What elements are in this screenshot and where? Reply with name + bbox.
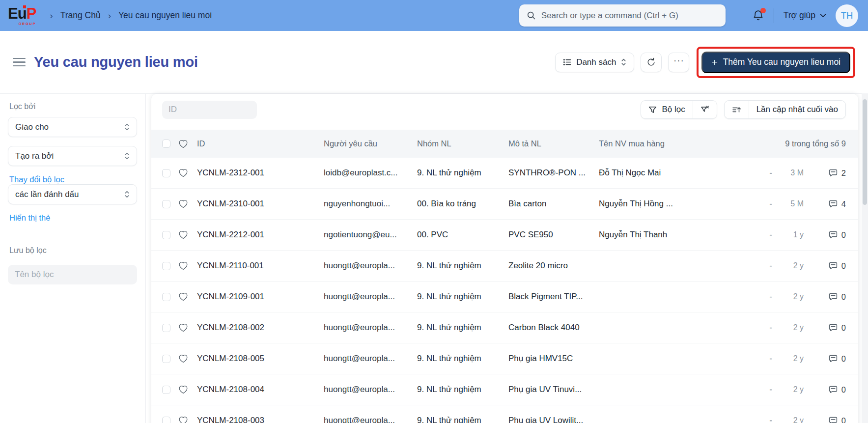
row-comments[interactable]: 0	[816, 261, 846, 271]
row-id-link[interactable]: YCNLM-2108-005	[197, 354, 324, 364]
tags-select[interactable]: các lần đánh dấu	[8, 184, 137, 204]
row-checkbox[interactable]	[162, 231, 170, 239]
help-menu[interactable]: Trợ giúp	[784, 10, 826, 21]
row-checkbox[interactable]	[162, 324, 170, 332]
favorite-heart-icon[interactable]	[178, 416, 188, 423]
row-comments[interactable]: 0	[816, 416, 846, 423]
favorite-heart-icon[interactable]	[178, 323, 188, 332]
row-comments[interactable]: 0	[816, 385, 846, 395]
favorite-heart-icon[interactable]	[178, 354, 188, 363]
row-id-link[interactable]: YCNLM-2108-002	[197, 323, 324, 333]
row-last-modified: 2 y	[778, 323, 804, 332]
sort-icon	[732, 106, 741, 114]
search-input[interactable]	[541, 11, 718, 21]
row-comments[interactable]: 0	[816, 230, 846, 240]
chevron-down-icon	[820, 13, 826, 18]
vertical-scrollbar[interactable]	[862, 93, 868, 423]
avatar[interactable]: TH	[836, 4, 858, 27]
table-row[interactable]: YCNLM-2110-001 huongtt@europla... 9. NL …	[151, 251, 858, 282]
show-tags-link[interactable]: Hiển thị thẻ	[9, 213, 50, 222]
row-checkbox[interactable]	[162, 355, 170, 363]
row-comments[interactable]: 2	[816, 169, 846, 178]
favorite-heart-icon[interactable]	[178, 385, 188, 394]
comment-icon	[829, 230, 838, 239]
notifications-bell-icon[interactable]	[752, 9, 764, 22]
comment-count: 0	[841, 416, 846, 423]
row-checkbox[interactable]	[162, 417, 170, 423]
filter-name-input[interactable]	[8, 265, 137, 284]
breadcrumb-current[interactable]: Yeu cau nguyen lieu moi	[118, 10, 212, 21]
sort-direction-button[interactable]	[725, 101, 749, 118]
table-row[interactable]: YCNLM-2108-003 huongtt@europla... 9. NL …	[151, 405, 858, 423]
list-area: Bộ lọc	[146, 94, 868, 423]
favorite-heart-icon[interactable]	[178, 292, 188, 301]
app-logo[interactable]: EuP GROUP	[8, 6, 36, 26]
favorite-heart-icon[interactable]	[178, 199, 188, 208]
comment-count: 0	[841, 354, 846, 364]
menu-hamburger-icon[interactable]	[13, 58, 26, 67]
table-row[interactable]: YCNLM-2312-001 loidb@europlast.c... 9. N…	[151, 158, 858, 189]
row-id-link[interactable]: YCNLM-2110-001	[197, 261, 324, 271]
logo-prefix: Eu	[8, 6, 27, 21]
row-id-link[interactable]: YCNLM-2109-001	[197, 292, 324, 302]
row-id-link[interactable]: YCNLM-2108-003	[197, 416, 324, 423]
table-row[interactable]: YCNLM-2109-001 huongtt@europla... 9. NL …	[151, 282, 858, 312]
breadcrumb-home[interactable]: Trang Chủ	[60, 10, 101, 21]
favorite-heart-icon[interactable]	[178, 140, 188, 148]
row-last-modified: 1 y	[778, 230, 804, 239]
table-row[interactable]: YCNLM-2108-005 huongtt@europla... 9. NL …	[151, 343, 858, 374]
row-comments[interactable]: 0	[816, 292, 846, 302]
row-comments[interactable]: 0	[816, 354, 846, 364]
sort-field-button[interactable]: Lần cập nhật cuối vào	[749, 101, 845, 118]
refresh-icon	[646, 57, 656, 67]
table-row[interactable]: YCNLM-2108-002 huongtt@europla... 9. NL …	[151, 312, 858, 343]
table-row[interactable]: YCNLM-2212-001 ngotientuong@eu... 00. PV…	[151, 220, 858, 251]
refresh-button[interactable]	[641, 53, 662, 72]
avatar-initials: TH	[841, 10, 853, 21]
row-material-description: Phụ gia HMV15C	[508, 354, 599, 364]
row-checkbox[interactable]	[162, 200, 170, 208]
comment-count: 2	[841, 169, 846, 178]
assigned-to-select[interactable]: Giao cho	[8, 117, 137, 137]
view-switcher-button[interactable]: Danh sách	[555, 53, 634, 72]
row-assignment: -	[763, 199, 778, 209]
filter-button-group: Bộ lọc	[641, 100, 717, 119]
breadcrumb-separator: ›	[50, 10, 53, 21]
row-id-link[interactable]: YCNLM-2212-001	[197, 230, 324, 240]
clear-filter-button[interactable]	[693, 101, 717, 118]
navbar-divider	[774, 8, 774, 23]
logo-text: EuP	[8, 6, 36, 21]
table-row[interactable]: YCNLM-2310-001 nguyenhongtuoi... 00. Bìa…	[151, 189, 858, 220]
row-comments[interactable]: 4	[816, 199, 846, 209]
comment-count: 0	[841, 292, 846, 302]
row-assignment: -	[763, 385, 778, 395]
row-id-link[interactable]: YCNLM-2310-001	[197, 199, 324, 209]
comment-count: 0	[841, 230, 846, 240]
row-id-link[interactable]: YCNLM-2108-004	[197, 385, 324, 395]
favorite-heart-icon[interactable]	[178, 169, 188, 177]
row-last-modified: 2 y	[778, 416, 804, 423]
row-requester: huongtt@europla...	[324, 354, 417, 364]
table-row[interactable]: YCNLM-2108-004 huongtt@europla... 9. NL …	[151, 374, 858, 405]
id-filter-input[interactable]	[162, 101, 257, 119]
row-comments[interactable]: 0	[816, 323, 846, 333]
comment-count: 0	[841, 323, 846, 333]
row-checkbox[interactable]	[162, 293, 170, 301]
more-options-button[interactable]: ···	[668, 53, 689, 72]
tags-label: các lần đánh dấu	[15, 190, 79, 199]
global-search[interactable]	[519, 4, 726, 27]
created-by-select[interactable]: Tạo ra bởi	[8, 146, 137, 166]
search-icon	[527, 11, 536, 20]
row-checkbox[interactable]	[162, 386, 170, 394]
row-id-link[interactable]: YCNLM-2312-001	[197, 168, 324, 178]
row-checkbox[interactable]	[162, 262, 170, 270]
edit-filters-link[interactable]: Thay đổi bộ lọc	[9, 175, 64, 184]
select-all-checkbox[interactable]	[162, 140, 170, 148]
row-checkbox[interactable]	[162, 169, 170, 177]
filter-button[interactable]: Bộ lọc	[641, 101, 692, 118]
scrollbar-thumb[interactable]	[863, 99, 867, 205]
add-new-button[interactable]: + Thêm Yeu cau nguyen lieu moi	[701, 52, 850, 73]
favorite-heart-icon[interactable]	[178, 230, 188, 239]
sort-field-label: Lần cập nhật cuối vào	[756, 105, 838, 114]
favorite-heart-icon[interactable]	[178, 261, 188, 270]
